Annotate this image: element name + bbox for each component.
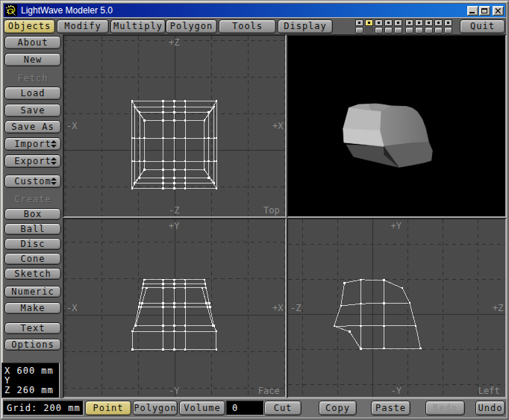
svg-text:-X: -X: [66, 303, 78, 313]
popup-arrows-icon: [51, 140, 57, 148]
sidebar-button-export[interactable]: Export: [4, 154, 61, 168]
bank-key-1[interactable]: [355, 19, 363, 34]
sidebar-button-options[interactable]: Options: [4, 339, 61, 351]
bank-key-9[interactable]: [434, 19, 443, 34]
bank-keypad: [355, 19, 456, 34]
menu-tab-modify[interactable]: Modify: [57, 19, 109, 34]
viewport-left[interactable]: +Y-Z+Z-YLeft: [287, 218, 507, 398]
close-button[interactable]: [493, 6, 504, 16]
quit-button[interactable]: Quit: [460, 19, 505, 34]
sidebar-button-disc[interactable]: Disc: [4, 238, 61, 250]
sidebar-button-about[interactable]: About: [4, 36, 61, 49]
menu-tab-tools[interactable]: Tools: [219, 19, 276, 34]
popup-arrows-icon: [51, 178, 57, 185]
action-button-undo[interactable]: Undo: [475, 401, 505, 416]
coordinate-readout: X 600 mm Y Z 260 mm: [1, 363, 60, 398]
bank-key-6[interactable]: [405, 19, 413, 34]
window-title: LightWave Modeler 5.0: [21, 5, 113, 16]
bank-key-4[interactable]: [384, 19, 393, 34]
viewport-face[interactable]: +Y-X+X-YFace: [63, 218, 287, 398]
coord-z: Z 260 mm: [4, 386, 59, 395]
sidebar-button-numeric[interactable]: Numeric: [4, 286, 61, 298]
menu-toolbar: ObjectsModifyMultiplyPolygonToolsDisplay…: [3, 18, 506, 34]
sidebar-button-ball[interactable]: Ball: [4, 223, 61, 235]
action-button-paste[interactable]: Paste: [371, 401, 410, 416]
svg-text:-Y: -Y: [169, 386, 180, 396]
bank-key-10[interactable]: [444, 19, 452, 34]
sidebar-button-make[interactable]: Make: [4, 302, 61, 314]
svg-text:-Y: -Y: [391, 386, 402, 396]
svg-text:-Z: -Z: [169, 205, 179, 216]
mode-button-polygon[interactable]: Polygon: [133, 401, 178, 416]
svg-text:+Z: +Z: [493, 303, 503, 313]
svg-text:-Z: -Z: [290, 303, 301, 313]
mode-button-volume[interactable]: Volume: [179, 401, 225, 416]
titlebar: LightWave Modeler 5.0: [4, 4, 505, 17]
sidebar-button-sketch[interactable]: Sketch: [4, 268, 61, 280]
sidebar-button-new[interactable]: New: [4, 53, 61, 66]
popup-arrows-icon: [51, 157, 57, 165]
svg-text:Top: Top: [263, 205, 280, 216]
sidebar-button-custom[interactable]: Custom: [4, 175, 61, 188]
sidebar-button-import[interactable]: Import: [4, 137, 61, 151]
coord-x: X 600 mm: [4, 366, 59, 376]
bank-key-3[interactable]: [375, 19, 383, 34]
app-icon: [5, 4, 17, 16]
bank-key-2[interactable]: [365, 19, 373, 34]
menu-tab-objects[interactable]: Objects: [4, 19, 55, 34]
viewport-perspective[interactable]: [287, 34, 507, 218]
svg-text:-X: -X: [66, 121, 78, 131]
svg-text:Face: Face: [258, 386, 280, 396]
maximize-icon: [481, 8, 487, 13]
sidebar-button-box[interactable]: Box: [4, 208, 61, 220]
window-controls: [466, 6, 504, 16]
minimize-icon: [469, 12, 475, 13]
sidebar-button-save-as[interactable]: Save As: [4, 120, 61, 134]
sidebar-button-cone[interactable]: Cone: [4, 253, 61, 265]
svg-text:+Z: +Z: [169, 37, 179, 48]
viewport-grid: +Z-X+X-ZTop +Y-X+X-YFace +Y-Z+Z-YLeft: [63, 34, 507, 398]
bank-key-7[interactable]: [415, 19, 423, 34]
svg-text:+Y: +Y: [391, 221, 402, 231]
bank-key-8[interactable]: [425, 19, 433, 34]
sidebar-heading-fetch: Fetch: [4, 73, 61, 84]
minimize-button[interactable]: [467, 6, 478, 16]
svg-text:+X: +X: [272, 303, 284, 313]
sidebar-button-save[interactable]: Save: [4, 104, 61, 117]
sidebar-button-text[interactable]: Text: [4, 322, 61, 334]
close-icon: [493, 7, 503, 15]
svg-text:+Y: +Y: [169, 221, 180, 231]
viewport-top[interactable]: +Z-X+X-ZTop: [63, 34, 287, 218]
sidebar-heading-create: Create: [4, 194, 61, 204]
svg-text:+X: +X: [272, 121, 284, 131]
action-button-redo: Redo: [425, 401, 465, 416]
action-button-copy[interactable]: Copy: [319, 401, 357, 416]
mode-button-point[interactable]: Point: [85, 401, 131, 416]
menu-tab-display[interactable]: Display: [278, 19, 333, 34]
status-bar: Grid: 200 mm PointPolygonVolume 0 CutCop…: [3, 398, 506, 417]
sidebar-button-load[interactable]: Load: [4, 87, 61, 100]
menu-tab-multiply[interactable]: Multiply: [110, 19, 166, 34]
svg-text:Left: Left: [478, 386, 500, 396]
selection-count-field: 0: [226, 401, 264, 416]
grid-size-field: Grid: 200 mm: [3, 401, 84, 416]
action-button-cut[interactable]: Cut: [264, 401, 302, 416]
menu-tab-polygon[interactable]: Polygon: [166, 19, 217, 34]
maximize-button[interactable]: [479, 6, 490, 16]
app-window: LightWave Modeler 5.0 ObjectsModifyMulti…: [0, 0, 509, 420]
bank-key-5[interactable]: [394, 19, 402, 34]
sidebar: AboutNewFetchLoadSaveSave AsImportExport…: [3, 34, 63, 399]
